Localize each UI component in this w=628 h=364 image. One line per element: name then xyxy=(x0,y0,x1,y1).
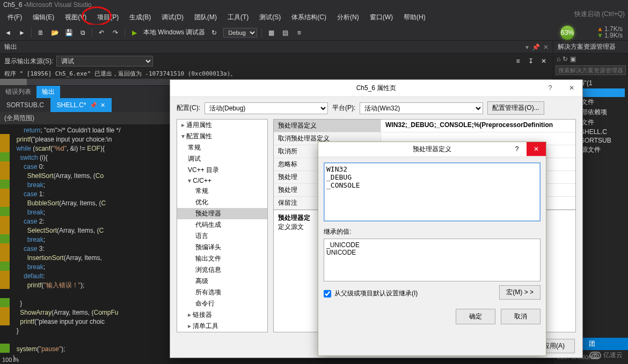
prop-tree-node[interactable]: 输出文件 xyxy=(177,253,267,264)
prop-tree-node[interactable]: 浏览信息 xyxy=(177,264,267,276)
prop-tree-node[interactable]: 语言 xyxy=(177,231,267,242)
prop-tree-node[interactable]: 预编译头 xyxy=(177,242,267,253)
prop-tree-node[interactable]: 调试 xyxy=(177,153,267,165)
menu-file[interactable]: 件(F) xyxy=(2,11,27,24)
home-icon[interactable]: ⌂ xyxy=(557,55,560,63)
platform-label: 平台(P): xyxy=(332,103,355,113)
output-tb-icon-3[interactable]: ✕ xyxy=(539,56,549,66)
cancel-button[interactable]: 取消 xyxy=(501,309,541,324)
refresh-icon[interactable]: ↻ xyxy=(209,28,219,38)
menu-debug[interactable]: 调试(D) xyxy=(156,11,189,24)
output-panel-header: 输出 ▾ 📌 ✕ xyxy=(0,41,553,54)
prop-tree-node[interactable]: VC++ 目录 xyxy=(177,165,267,176)
subdialog-close-icon[interactable]: ✕ xyxy=(527,142,546,156)
close-icon[interactable]: ✕ xyxy=(543,43,549,51)
quick-launch[interactable]: 快速启动 (Ctrl+Q) xyxy=(574,10,625,19)
play-icon[interactable]: ▶ xyxy=(129,28,139,38)
prop-tree-node[interactable]: 优化 xyxy=(177,197,267,208)
menu-team[interactable]: 团队(M) xyxy=(189,11,222,24)
prop-tree-node[interactable]: 通用属性 xyxy=(177,120,267,131)
refresh-icon[interactable]: ↻ xyxy=(563,55,568,63)
output-source-label: 显示输出来源(S): xyxy=(4,57,53,66)
macro-button[interactable]: 宏(M) > > xyxy=(499,285,541,300)
dialog-titlebar[interactable]: Ch5_6 属性页 ? ✕ xyxy=(170,80,582,97)
prop-tree-node[interactable]: 所有选项 xyxy=(177,287,267,298)
inherit-checkbox[interactable] xyxy=(324,290,331,298)
editor-code[interactable]: return; "cm">/* Couldn't load file */ pr… xyxy=(10,125,124,364)
config-select[interactable]: 活动(Debug) xyxy=(205,102,328,114)
prop-tree-node[interactable]: 命令行 xyxy=(177,298,267,309)
menu-view[interactable]: 视图(V) xyxy=(60,11,92,24)
help-icon[interactable]: ? xyxy=(539,80,561,96)
nav-fwd-icon[interactable]: ► xyxy=(17,28,27,38)
tab-output[interactable]: 输出 xyxy=(36,86,60,98)
prop-tree-node[interactable]: 代码生成 xyxy=(177,219,267,231)
output-tb-icon-2[interactable]: ↧ xyxy=(526,56,536,66)
redo-icon[interactable]: ↷ xyxy=(111,28,120,38)
prop-tree-node[interactable]: C/C++ xyxy=(177,176,267,185)
nav-back-icon[interactable]: ◄ xyxy=(3,28,13,38)
menu-analyze[interactable]: 分析(N) xyxy=(332,11,364,24)
prop-tree-node[interactable]: 链接器 xyxy=(177,309,267,321)
pin-icon[interactable]: 📌 xyxy=(532,43,540,51)
tab-shell[interactable]: SHELL.C*📌✕ xyxy=(50,98,112,112)
output-source-select[interactable]: 调试 xyxy=(56,56,153,66)
platform-select[interactable]: 活动(Win32) xyxy=(360,102,483,114)
menu-build[interactable]: 生成(B) xyxy=(124,11,156,24)
tb-icon-2[interactable]: ▤ xyxy=(280,28,290,38)
config-select[interactable]: Debug xyxy=(223,28,257,38)
dialog-title: Ch5_6 属性页 xyxy=(356,84,397,93)
menu-project[interactable]: 项目(P) xyxy=(92,11,124,24)
inherit-label: 继承的值: xyxy=(324,227,541,236)
prop-tree-node[interactable]: 清单工具 xyxy=(177,321,267,332)
menu-help[interactable]: 帮助(H) xyxy=(398,11,431,24)
undo-icon[interactable]: ↶ xyxy=(97,28,106,38)
net-down: 1.9K/s xyxy=(597,32,623,39)
inherit-checkbox-label: 从父级或项目默认设置继承(I) xyxy=(334,289,418,298)
new-project-icon[interactable]: 🗎 xyxy=(36,28,46,38)
prop-tree-node[interactable]: 高级 xyxy=(177,276,267,287)
zoom-level[interactable]: 100 % xyxy=(2,356,19,363)
save-icon[interactable]: 💾 xyxy=(64,28,74,38)
prop-tree-node[interactable]: 常规 xyxy=(177,185,267,197)
menu-edit[interactable]: 编辑(E) xyxy=(27,11,60,24)
output-log: 程序 " [18956] Ch5_6.exe" 已退出，返回值为 -107374… xyxy=(0,69,553,79)
tab-error-list[interactable]: 错误列表 xyxy=(0,86,36,98)
tab-sortsub[interactable]: SORTSUB.C xyxy=(0,98,50,112)
prop-tree-node[interactable]: 预处理器 xyxy=(177,208,267,219)
tab-team[interactable]: 团 xyxy=(586,338,598,350)
dialog-config-row: 配置(C): 活动(Debug) 平台(P): 活动(Win32) 配置管理器(… xyxy=(170,97,582,119)
save-all-icon[interactable]: ⧉ xyxy=(78,28,87,38)
tb-icon-1[interactable]: ▦ xyxy=(266,28,276,38)
tab-close-icon[interactable]: ✕ xyxy=(100,102,105,109)
inherit-item: _UNICODE xyxy=(326,241,538,249)
subdialog-help-icon[interactable]: ? xyxy=(507,142,527,156)
definitions-textarea[interactable] xyxy=(324,162,541,221)
prop-tree-node[interactable]: XML 文档生成器 xyxy=(177,332,267,332)
config-manager-button[interactable]: 配置管理器(O)... xyxy=(487,101,544,115)
subdialog-titlebar[interactable]: 预处理器定义 ? ✕ xyxy=(318,142,546,157)
solution-panel-header: 解决方案资源管理器 xyxy=(553,41,628,54)
open-icon[interactable]: 📂 xyxy=(50,28,60,38)
dialog-close-icon[interactable]: ✕ xyxy=(561,80,582,96)
property-tree[interactable]: 通用属性配置属性常规调试VC++ 目录C/C++常规优化预处理器代码生成语言预编… xyxy=(177,119,268,332)
collapse-icon[interactable]: ▣ xyxy=(570,55,576,63)
menu-test[interactable]: 测试(S) xyxy=(254,11,286,24)
debugger-label[interactable]: 本地 Windows 调试器 xyxy=(143,28,205,37)
preprocessor-dialog: 预处理器定义 ? ✕ 继承的值: _UNICODE UNICODE 从父级或项目… xyxy=(318,142,546,356)
menu-arch[interactable]: 体系结构(C) xyxy=(286,11,332,24)
prop-grid-row[interactable]: 预处理器定义WIN32;_DEBUG;_CONSOLE;%(Preprocess… xyxy=(274,120,575,132)
menu-window[interactable]: 窗口(W) xyxy=(364,11,398,24)
ok-button[interactable]: 确定 xyxy=(456,309,495,324)
prop-tree-node[interactable]: 常规 xyxy=(177,142,267,153)
tab-pin-icon[interactable]: 📌 xyxy=(90,102,97,109)
output-tb-icon-1[interactable]: ≡ xyxy=(513,56,523,66)
inherit-listbox[interactable]: _UNICODE UNICODE xyxy=(324,239,541,281)
menu-tools[interactable]: 工具(T) xyxy=(222,11,254,24)
watermark: 亿速云 xyxy=(589,351,623,360)
dropdown-icon[interactable]: ▾ xyxy=(525,43,529,51)
subdialog-title: 预处理器定义 xyxy=(413,145,451,154)
solution-search-input[interactable] xyxy=(556,65,626,75)
tb-icon-3[interactable]: ≡ xyxy=(294,28,304,38)
prop-tree-node[interactable]: 配置属性 xyxy=(177,131,267,142)
